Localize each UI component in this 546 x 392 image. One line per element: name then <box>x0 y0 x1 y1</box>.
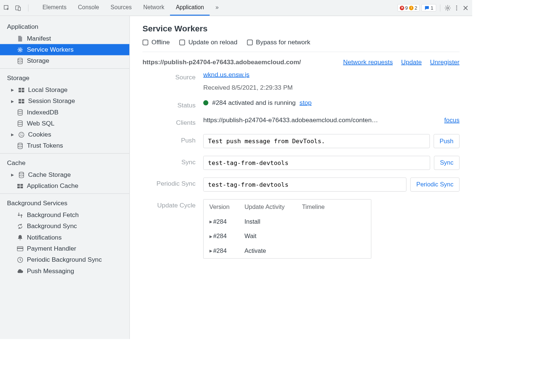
cycle-version: #284 <box>213 218 227 225</box>
sync-label: Sync <box>143 156 203 166</box>
sidebar-item-session-storage[interactable]: ▶ Session Storage <box>0 96 129 107</box>
transfer-icon <box>17 212 24 219</box>
svg-point-18 <box>18 121 22 123</box>
sidebar-item-trust-tokens[interactable]: Trust Tokens <box>0 140 129 151</box>
sidebar-item-indexeddb[interactable]: IndexedDB <box>0 107 129 118</box>
sidebar-section-bg: Background Services <box>0 196 129 209</box>
svg-rect-16 <box>22 102 24 103</box>
sidebar-item-cookies[interactable]: ▶ Cookies <box>0 129 129 140</box>
sidebar-item-label: Trust Tokens <box>27 142 63 149</box>
source-label: Source <box>143 71 203 81</box>
warning-count: 2 <box>414 5 417 11</box>
tab-application[interactable]: Application <box>170 0 209 16</box>
cycle-row[interactable]: ▶#284 Wait <box>204 229 371 244</box>
sidebar-item-storage[interactable]: Storage <box>0 55 129 66</box>
bell-icon <box>17 234 24 241</box>
application-sidebar: Application Manifest Service Workers Sto… <box>0 16 130 339</box>
update-link[interactable]: Update <box>401 58 422 66</box>
svg-rect-26 <box>17 184 20 186</box>
push-input[interactable] <box>203 134 430 148</box>
checkbox-label: Update on reload <box>188 39 238 46</box>
sidebar-item-notifications[interactable]: Notifications <box>0 232 129 243</box>
svg-rect-27 <box>20 184 23 186</box>
divider <box>28 4 28 11</box>
page-title: Service Workers <box>143 24 460 34</box>
svg-rect-15 <box>18 102 21 103</box>
sidebar-item-application-cache[interactable]: Application Cache <box>0 180 129 192</box>
svg-point-23 <box>22 135 23 135</box>
cycle-activity: Activate <box>245 247 302 254</box>
gear-icon <box>17 46 24 53</box>
svg-rect-2 <box>18 7 20 11</box>
tabs-overflow-icon[interactable]: » <box>210 0 225 16</box>
stop-link[interactable]: stop <box>300 99 312 106</box>
settings-icon[interactable] <box>444 4 451 11</box>
periodic-sync-label: Periodic Sync <box>143 178 203 188</box>
chevron-right-icon: ▶ <box>209 234 212 238</box>
client-url: https://publish-p24704-e76433.adobeaemcl… <box>203 117 438 124</box>
source-file-link[interactable]: wknd.us.ensw.js <box>203 71 249 78</box>
sidebar-item-label: Periodic Background Sync <box>27 256 102 264</box>
sync-input[interactable] <box>203 156 430 170</box>
tab-sources[interactable]: Sources <box>105 0 137 16</box>
sidebar-item-cache-storage[interactable]: ▶ Cache Storage <box>0 169 129 180</box>
issues-badge[interactable]: 1 <box>422 4 436 11</box>
database-icon <box>17 109 24 116</box>
cloud-icon <box>17 267 24 274</box>
sidebar-item-local-storage[interactable]: ▶ Local Storage <box>0 84 129 95</box>
sidebar-item-push[interactable]: Push Messaging <box>0 265 129 276</box>
sidebar-item-payment[interactable]: Payment Handler <box>0 243 129 254</box>
device-toggle-icon[interactable] <box>15 4 22 11</box>
periodic-sync-input[interactable] <box>203 178 406 192</box>
sidebar-item-websql[interactable]: Web SQL <box>0 118 129 129</box>
svg-rect-12 <box>22 90 24 92</box>
svg-rect-13 <box>18 99 21 101</box>
sidebar-section-storage: Storage <box>0 71 129 84</box>
push-button[interactable]: Push <box>434 134 460 148</box>
svg-rect-30 <box>17 246 23 251</box>
svg-rect-10 <box>22 87 24 89</box>
devtools-toolbar: Elements Console Sources Network Applica… <box>0 0 472 16</box>
cycle-version: #284 <box>213 247 227 254</box>
tab-console[interactable]: Console <box>72 0 105 16</box>
sidebar-item-bg-sync[interactable]: Background Sync <box>0 221 129 232</box>
update-on-reload-checkbox[interactable]: Update on reload <box>180 39 238 46</box>
sidebar-item-bg-fetch[interactable]: Background Fetch <box>0 209 129 220</box>
main-panel: Service Workers Offline Update on reload… <box>130 16 472 339</box>
cycle-row[interactable]: ▶#284 Activate <box>204 244 371 258</box>
chevron-right-icon: ▶ <box>10 87 15 92</box>
error-warning-badge[interactable]: ✕9 !2 <box>397 4 419 11</box>
sidebar-item-label: Storage <box>27 57 50 65</box>
cookie-icon <box>18 131 25 138</box>
panel-tabs: Elements Console Sources Network Applica… <box>37 0 224 16</box>
bypass-checkbox[interactable]: Bypass for network <box>247 39 310 46</box>
tab-elements[interactable]: Elements <box>37 0 72 16</box>
focus-link[interactable]: focus <box>444 117 460 124</box>
network-requests-link[interactable]: Network requests <box>343 58 393 66</box>
chevron-right-icon: ▶ <box>10 173 15 177</box>
sync-button[interactable]: Sync <box>434 156 459 170</box>
cycle-row[interactable]: ▶#284 Install <box>204 214 371 229</box>
update-cycle-table: Version Update Activity Timeline ▶#284 I… <box>203 199 371 259</box>
database-icon <box>18 171 25 178</box>
chevron-right-icon: ▶ <box>10 99 15 103</box>
sidebar-item-label: Background Fetch <box>27 212 79 219</box>
more-icon[interactable] <box>453 4 460 11</box>
offline-checkbox[interactable]: Offline <box>143 39 170 46</box>
svg-point-8 <box>18 58 22 60</box>
inspect-icon[interactable] <box>3 4 10 11</box>
unregister-link[interactable]: Unregister <box>430 58 460 66</box>
close-icon[interactable] <box>462 4 469 11</box>
cycle-version: #284 <box>213 233 227 240</box>
sidebar-item-service-workers[interactable]: Service Workers <box>0 44 129 55</box>
status-indicator-icon <box>203 100 208 105</box>
tab-network[interactable]: Network <box>137 0 170 16</box>
svg-rect-14 <box>22 99 24 101</box>
sidebar-item-manifest[interactable]: Manifest <box>0 33 129 44</box>
sidebar-section-cache: Cache <box>0 155 129 169</box>
sidebar-item-periodic-sync[interactable]: Periodic Background Sync <box>0 254 129 265</box>
checkbox-label: Bypass for network <box>256 39 310 46</box>
svg-point-3 <box>447 7 448 9</box>
sidebar-item-label: Local Storage <box>28 86 68 94</box>
periodic-sync-button[interactable]: Periodic Sync <box>410 178 460 192</box>
